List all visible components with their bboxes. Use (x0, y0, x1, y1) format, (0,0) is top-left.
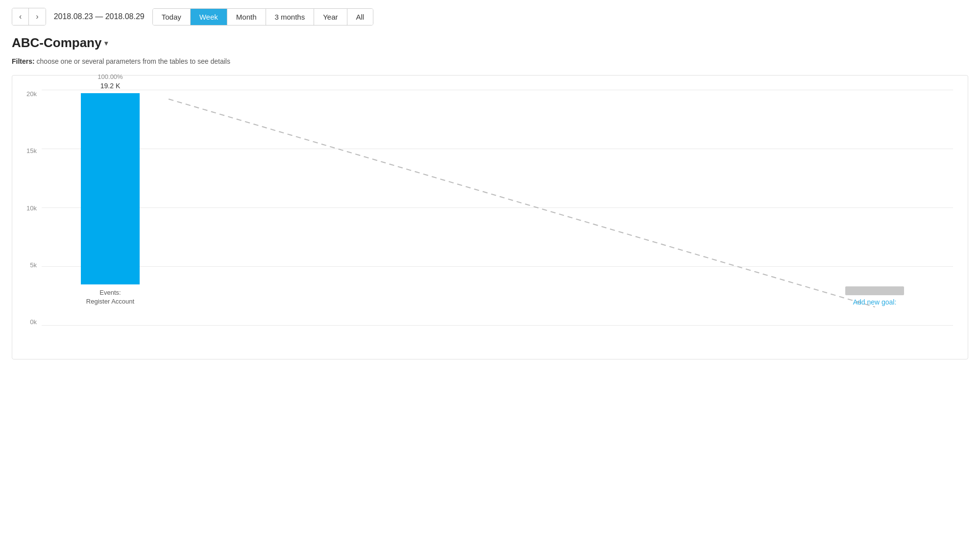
grid-line-0 (42, 325, 953, 326)
period-year[interactable]: Year (314, 9, 347, 25)
period-3months[interactable]: 3 months (266, 9, 315, 25)
company-name: ABC-Company (12, 35, 101, 51)
bar-value: 19.2 K (98, 81, 122, 91)
bar-wrapper: 100.00% 19.2 K Events:Register Account (81, 73, 140, 306)
y-label-5k: 5k (17, 261, 37, 269)
y-label-10k: 10k (17, 204, 37, 212)
filters-row: Filters: choose one or several parameter… (12, 57, 968, 65)
y-label-15k: 15k (17, 147, 37, 154)
period-month[interactable]: Month (227, 9, 266, 25)
nav-row: ‹ › 2018.08.23 — 2018.08.29 Today Week M… (12, 8, 968, 26)
y-label-0k: 0k (17, 318, 37, 326)
grid-line-100 (42, 90, 953, 90)
period-today[interactable]: Today (153, 9, 191, 25)
grid-line-25 (42, 266, 953, 267)
grid-line-75 (42, 149, 953, 149)
date-range: 2018.08.23 — 2018.08.29 (54, 12, 145, 21)
chart-container: 0k 5k 10k 15k 20k 100.00% 19.2 K Events:… (12, 75, 968, 359)
bar (81, 93, 140, 284)
grid-lines (42, 90, 953, 326)
bar-percent: 100.00% (98, 73, 122, 81)
bar-x-label: Events:Register Account (86, 288, 134, 306)
period-week[interactable]: Week (191, 9, 227, 25)
add-goal-link[interactable]: Add new goal: (853, 298, 897, 306)
goal-bar-wrapper: Add new goal: (845, 286, 904, 306)
company-title: ABC-Company ▾ (12, 35, 968, 51)
grid-line-50 (42, 207, 953, 208)
nav-arrows: ‹ › (12, 8, 46, 26)
y-axis-labels: 0k 5k 10k 15k 20k (17, 90, 37, 326)
period-all[interactable]: All (347, 9, 373, 25)
filters-hint: choose one or several parameters from th… (37, 57, 230, 65)
filters-label: Filters: (12, 57, 35, 65)
y-label-20k: 20k (17, 90, 37, 98)
bar-annotation: 100.00% 19.2 K (98, 73, 122, 91)
period-buttons: Today Week Month 3 months Year All (152, 8, 374, 26)
goal-bar (845, 286, 904, 295)
company-dropdown-icon[interactable]: ▾ (104, 39, 108, 47)
chart-area: 0k 5k 10k 15k 20k 100.00% 19.2 K Events:… (42, 90, 953, 326)
next-button[interactable]: › (29, 8, 45, 25)
prev-button[interactable]: ‹ (12, 8, 29, 25)
